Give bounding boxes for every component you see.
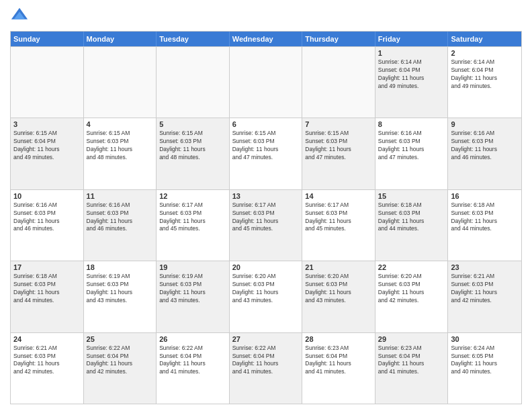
day-number: 17 [13,263,81,271]
day-info: Sunrise: 6:15 AM Sunset: 6:04 PM Dayligh… [13,130,81,162]
day-number: 11 [87,192,154,200]
day-info: Sunrise: 6:19 AM Sunset: 6:03 PM Dayligh… [87,273,154,305]
calendar-cell: 9Sunrise: 6:16 AM Sunset: 6:03 PM Daylig… [448,118,521,189]
calendar-row: 1Sunrise: 6:14 AM Sunset: 6:04 PM Daylig… [11,46,521,118]
calendar-cell [157,47,230,118]
day-info: Sunrise: 6:22 AM Sunset: 6:04 PM Dayligh… [87,345,154,377]
day-info: Sunrise: 6:23 AM Sunset: 6:04 PM Dayligh… [378,345,445,377]
calendar-cell: 28Sunrise: 6:23 AM Sunset: 6:04 PM Dayli… [302,333,375,404]
calendar-cell: 23Sunrise: 6:21 AM Sunset: 6:03 PM Dayli… [448,261,521,332]
calendar-cell: 26Sunrise: 6:22 AM Sunset: 6:04 PM Dayli… [157,333,230,404]
day-info: Sunrise: 6:22 AM Sunset: 6:04 PM Dayligh… [232,345,300,377]
calendar-cell: 6Sunrise: 6:15 AM Sunset: 6:03 PM Daylig… [230,118,303,189]
day-number: 28 [305,335,372,343]
calendar: SundayMondayTuesdayWednesdayThursdayFrid… [10,31,522,404]
calendar-cell: 29Sunrise: 6:23 AM Sunset: 6:04 PM Dayli… [375,333,449,404]
calendar-cell: 21Sunrise: 6:20 AM Sunset: 6:03 PM Dayli… [302,261,375,332]
day-number: 29 [378,335,445,343]
logo-icon [10,7,29,26]
calendar-cell: 10Sunrise: 6:16 AM Sunset: 6:03 PM Dayli… [11,190,84,261]
calendar-cell: 3Sunrise: 6:15 AM Sunset: 6:04 PM Daylig… [11,118,84,189]
calendar-header-cell: Wednesday [230,32,303,46]
calendar-cell: 8Sunrise: 6:16 AM Sunset: 6:03 PM Daylig… [375,118,449,189]
logo [10,7,32,26]
day-info: Sunrise: 6:15 AM Sunset: 6:03 PM Dayligh… [87,130,154,162]
calendar-cell: 27Sunrise: 6:22 AM Sunset: 6:04 PM Dayli… [230,333,303,404]
day-info: Sunrise: 6:20 AM Sunset: 6:03 PM Dayligh… [232,273,300,305]
day-number: 12 [159,192,226,200]
day-number: 3 [13,120,81,128]
calendar-cell [230,47,303,118]
calendar-header-cell: Thursday [302,32,375,46]
calendar-header-cell: Tuesday [157,32,230,46]
calendar-header-cell: Sunday [11,32,84,46]
day-info: Sunrise: 6:20 AM Sunset: 6:03 PM Dayligh… [305,273,372,305]
day-number: 6 [232,120,300,128]
calendar-cell: 25Sunrise: 6:22 AM Sunset: 6:04 PM Dayli… [84,333,157,404]
calendar-header-cell: Saturday [448,32,521,46]
day-number: 15 [378,192,445,200]
day-number: 2 [451,49,519,57]
day-info: Sunrise: 6:16 AM Sunset: 6:03 PM Dayligh… [451,130,519,162]
calendar-cell [302,47,375,118]
day-info: Sunrise: 6:18 AM Sunset: 6:03 PM Dayligh… [451,201,519,234]
day-number: 25 [87,335,154,343]
day-info: Sunrise: 6:15 AM Sunset: 6:03 PM Dayligh… [305,130,372,162]
day-info: Sunrise: 6:24 AM Sunset: 6:05 PM Dayligh… [451,345,519,377]
day-info: Sunrise: 6:17 AM Sunset: 6:03 PM Dayligh… [159,201,226,234]
calendar-cell: 2Sunrise: 6:14 AM Sunset: 6:04 PM Daylig… [448,47,521,118]
calendar-cell: 30Sunrise: 6:24 AM Sunset: 6:05 PM Dayli… [448,333,521,404]
calendar-cell: 11Sunrise: 6:16 AM Sunset: 6:03 PM Dayli… [84,190,157,261]
calendar-body: 1Sunrise: 6:14 AM Sunset: 6:04 PM Daylig… [11,46,521,404]
calendar-cell: 1Sunrise: 6:14 AM Sunset: 6:04 PM Daylig… [375,47,449,118]
day-number: 30 [451,335,519,343]
calendar-cell: 17Sunrise: 6:18 AM Sunset: 6:03 PM Dayli… [11,261,84,332]
day-number: 14 [305,192,372,200]
calendar-row: 17Sunrise: 6:18 AM Sunset: 6:03 PM Dayli… [11,261,521,332]
calendar-cell: 12Sunrise: 6:17 AM Sunset: 6:03 PM Dayli… [157,190,230,261]
day-info: Sunrise: 6:21 AM Sunset: 6:03 PM Dayligh… [451,273,519,305]
day-info: Sunrise: 6:15 AM Sunset: 6:03 PM Dayligh… [159,130,226,162]
calendar-row: 10Sunrise: 6:16 AM Sunset: 6:03 PM Dayli… [11,189,521,261]
day-number: 10 [13,192,81,200]
day-number: 13 [232,192,300,200]
calendar-cell [11,47,84,118]
day-number: 26 [159,335,226,343]
day-number: 9 [451,120,519,128]
day-number: 18 [87,263,154,271]
calendar-cell: 4Sunrise: 6:15 AM Sunset: 6:03 PM Daylig… [84,118,157,189]
calendar-cell: 24Sunrise: 6:21 AM Sunset: 6:03 PM Dayli… [11,333,84,404]
calendar-cell [84,47,157,118]
calendar-header-cell: Monday [84,32,157,46]
day-number: 22 [378,263,445,271]
day-info: Sunrise: 6:15 AM Sunset: 6:03 PM Dayligh… [232,130,300,162]
calendar-row: 24Sunrise: 6:21 AM Sunset: 6:03 PM Dayli… [11,332,521,404]
day-info: Sunrise: 6:14 AM Sunset: 6:04 PM Dayligh… [378,58,445,91]
day-number: 19 [159,263,226,271]
day-number: 20 [232,263,300,271]
day-number: 4 [87,120,154,128]
calendar-cell: 5Sunrise: 6:15 AM Sunset: 6:03 PM Daylig… [157,118,230,189]
day-number: 8 [378,120,445,128]
calendar-cell: 22Sunrise: 6:20 AM Sunset: 6:03 PM Dayli… [375,261,449,332]
day-number: 7 [305,120,372,128]
day-info: Sunrise: 6:21 AM Sunset: 6:03 PM Dayligh… [13,345,81,377]
day-info: Sunrise: 6:23 AM Sunset: 6:04 PM Dayligh… [305,345,372,377]
day-info: Sunrise: 6:17 AM Sunset: 6:03 PM Dayligh… [305,201,372,234]
day-number: 24 [13,335,81,343]
day-info: Sunrise: 6:17 AM Sunset: 6:03 PM Dayligh… [232,201,300,234]
day-number: 21 [305,263,372,271]
day-info: Sunrise: 6:22 AM Sunset: 6:04 PM Dayligh… [159,345,226,377]
calendar-cell: 15Sunrise: 6:18 AM Sunset: 6:03 PM Dayli… [375,190,449,261]
day-info: Sunrise: 6:16 AM Sunset: 6:03 PM Dayligh… [13,201,81,234]
day-info: Sunrise: 6:18 AM Sunset: 6:03 PM Dayligh… [378,201,445,234]
calendar-cell: 7Sunrise: 6:15 AM Sunset: 6:03 PM Daylig… [302,118,375,189]
day-info: Sunrise: 6:16 AM Sunset: 6:03 PM Dayligh… [87,201,154,234]
day-number: 1 [378,49,445,57]
day-info: Sunrise: 6:20 AM Sunset: 6:03 PM Dayligh… [378,273,445,305]
day-info: Sunrise: 6:14 AM Sunset: 6:04 PM Dayligh… [451,58,519,91]
calendar-cell: 19Sunrise: 6:19 AM Sunset: 6:03 PM Dayli… [157,261,230,332]
calendar-cell: 18Sunrise: 6:19 AM Sunset: 6:03 PM Dayli… [84,261,157,332]
day-number: 23 [451,263,519,271]
calendar-cell: 13Sunrise: 6:17 AM Sunset: 6:03 PM Dayli… [230,190,303,261]
